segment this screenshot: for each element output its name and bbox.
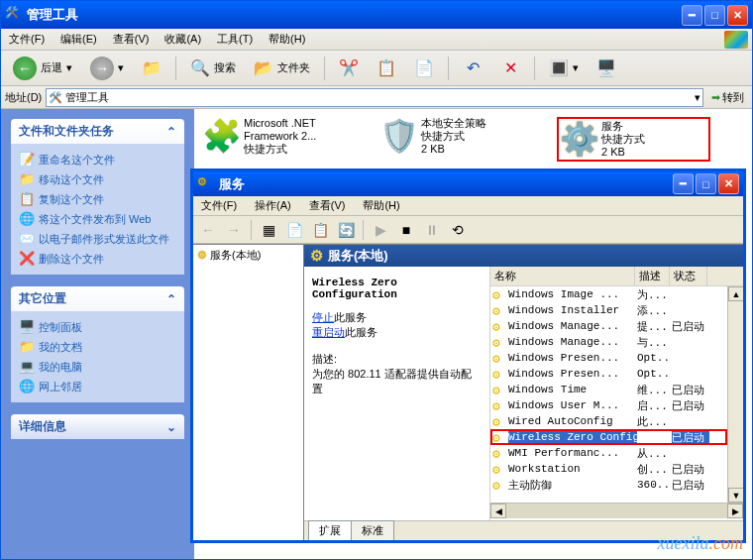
service-row[interactable]: ⚙Windows Image ...为... bbox=[490, 286, 727, 302]
restart-link[interactable]: 重启动 bbox=[312, 326, 345, 338]
tab-standard[interactable]: 标准 bbox=[351, 520, 394, 540]
titlebar[interactable]: 🛠️ 管理工具 ━ □ ✕ bbox=[1, 1, 752, 29]
col-name[interactable]: 名称 bbox=[490, 267, 635, 285]
tab-extended[interactable]: 扩展 bbox=[308, 520, 352, 540]
menu-help[interactable]: 帮助(H) bbox=[359, 196, 403, 215]
start-button[interactable]: ▶ bbox=[370, 219, 391, 241]
show-hide-tree-button[interactable]: ▦ bbox=[258, 219, 279, 241]
address-label: 地址(D) bbox=[5, 90, 42, 105]
selected-service-name: Wireless Zero Configuration bbox=[312, 277, 482, 300]
minimize-button[interactable]: ━ bbox=[673, 173, 694, 194]
task-link[interactable]: 📁我的文档 bbox=[19, 337, 176, 357]
service-row[interactable]: ⚙Wireless Zero Configuration已启动 bbox=[490, 429, 727, 445]
menu-action[interactable]: 操作(A) bbox=[251, 196, 295, 215]
tree-item-services-local[interactable]: ⚙ 服务(本地) bbox=[195, 247, 301, 264]
views-button[interactable]: 🔳▾ bbox=[543, 56, 585, 80]
scroll-left-button[interactable]: ◀ bbox=[490, 504, 506, 518]
paste-button[interactable]: 📄 bbox=[408, 56, 440, 80]
extra-button[interactable]: 🖥️ bbox=[591, 56, 622, 80]
back-button[interactable]: ← bbox=[197, 219, 219, 241]
separator bbox=[534, 56, 535, 80]
delete-button[interactable]: ✕ bbox=[494, 56, 526, 80]
task-link[interactable]: 🌐网上邻居 bbox=[19, 377, 176, 396]
menu-edit[interactable]: 编辑(E) bbox=[56, 30, 101, 49]
service-row[interactable]: ⚙Windows Presen...Opt... bbox=[490, 366, 727, 382]
horizontal-scrollbar[interactable]: ◀ ▶ bbox=[490, 503, 743, 518]
service-row[interactable]: ⚙Windows Time维...已启动 bbox=[490, 382, 727, 397]
task-link[interactable]: 💻我的电脑 bbox=[19, 357, 176, 377]
address-input[interactable]: 🛠️ 管理工具 ▾ bbox=[46, 88, 703, 107]
cut-button[interactable]: ✂️ bbox=[333, 56, 365, 80]
scroll-up-button[interactable]: ▲ bbox=[728, 286, 743, 301]
services-titlebar[interactable]: ⚙ 服务 ━ □ ✕ bbox=[193, 171, 743, 196]
task-link[interactable]: 🖥️控制面板 bbox=[19, 317, 176, 337]
export-button[interactable]: 📋 bbox=[309, 219, 331, 241]
file-tasks-header[interactable]: 文件和文件夹任务⌃ bbox=[11, 119, 184, 144]
toolbar: ← 后退 ▾ → ▾ 📁 🔍搜索 📂文件夹 ✂️ 📋 📄 ↶ ✕ 🔳▾ 🖥️ bbox=[1, 51, 752, 86]
forward-button[interactable]: → ▾ bbox=[84, 55, 130, 82]
col-status[interactable]: 状态 bbox=[670, 267, 707, 285]
security-icon: 🛡️ bbox=[379, 117, 415, 153]
maximize-button[interactable]: □ bbox=[704, 5, 725, 26]
up-button[interactable]: 📁 bbox=[136, 56, 167, 80]
menu-view[interactable]: 查看(V) bbox=[109, 30, 154, 49]
item-services[interactable]: ⚙️ 服务 快捷方式 2 KB bbox=[557, 117, 710, 162]
menu-view[interactable]: 查看(V) bbox=[305, 196, 350, 215]
refresh-button[interactable]: 🔄 bbox=[335, 219, 357, 241]
service-row[interactable]: ⚙Windows User M...启...已启动 bbox=[490, 397, 727, 413]
close-button[interactable]: ✕ bbox=[727, 5, 748, 26]
menu-file[interactable]: 文件(F) bbox=[197, 196, 241, 215]
forward-button[interactable]: → bbox=[223, 219, 245, 241]
task-link[interactable]: ❌删除这个文件 bbox=[19, 249, 176, 269]
service-row[interactable]: ⚙主动防御360...已启动 bbox=[490, 477, 727, 493]
task-link[interactable]: 📁移动这个文件 bbox=[19, 169, 176, 189]
services-rows[interactable]: ⚙Windows Image ...为...⚙Windows Installer… bbox=[490, 286, 727, 503]
task-link[interactable]: 📋复制这个文件 bbox=[19, 189, 176, 209]
item-dotnet[interactable]: 🧩 Microsoft .NET Framework 2... 快捷方式 bbox=[202, 117, 356, 156]
col-desc[interactable]: 描述 bbox=[635, 267, 670, 285]
minimize-button[interactable]: ━ bbox=[682, 5, 702, 26]
item-security-policy[interactable]: 🛡️ 本地安全策略 快捷方式 2 KB bbox=[379, 117, 533, 156]
service-row[interactable]: ⚙Windows Presen...Opt... bbox=[490, 350, 727, 366]
menu-help[interactable]: 帮助(H) bbox=[265, 30, 309, 49]
service-row[interactable]: ⚙Windows Manage...提...已启动 bbox=[490, 318, 727, 334]
details-header[interactable]: 详细信息⌄ bbox=[11, 414, 184, 439]
monitor-icon: 🖥️ bbox=[596, 58, 616, 78]
task-link[interactable]: ✉️以电子邮件形式发送此文件 bbox=[19, 229, 176, 249]
stop-button[interactable]: ■ bbox=[395, 219, 417, 241]
restart-button[interactable]: ⟲ bbox=[447, 219, 469, 241]
undo-button[interactable]: ↶ bbox=[457, 56, 488, 80]
task-link[interactable]: 🌐将这个文件发布到 Web bbox=[19, 209, 176, 229]
service-status: 已启动 bbox=[672, 398, 709, 413]
service-row[interactable]: ⚙Wired AutoConfig此... bbox=[490, 413, 727, 429]
gears-icon: ⚙ bbox=[197, 175, 215, 193]
go-button[interactable]: ➡ 转到 bbox=[707, 90, 748, 105]
menu-favorites[interactable]: 收藏(A) bbox=[161, 30, 205, 49]
service-row[interactable]: ⚙Windows Manage...与... bbox=[490, 334, 727, 350]
service-row[interactable]: ⚙Windows Installer添... bbox=[490, 302, 727, 318]
menu-tools[interactable]: 工具(T) bbox=[213, 30, 257, 49]
task-link[interactable]: 📝重命名这个文件 bbox=[19, 150, 176, 169]
back-button[interactable]: ← 后退 ▾ bbox=[7, 55, 78, 82]
task-label: 复制这个文件 bbox=[39, 192, 104, 207]
copy-button[interactable]: 📋 bbox=[371, 56, 402, 80]
menu-file[interactable]: 文件(F) bbox=[5, 30, 49, 49]
pause-button[interactable]: ⏸ bbox=[421, 219, 443, 241]
scroll-right-button[interactable]: ▶ bbox=[727, 504, 743, 518]
service-name: Windows Presen... bbox=[508, 368, 637, 380]
stop-link[interactable]: 停止 bbox=[312, 311, 334, 323]
close-button[interactable]: ✕ bbox=[718, 173, 739, 194]
service-row[interactable]: ⚙WMI Performanc...从... bbox=[490, 445, 727, 461]
other-places-header[interactable]: 其它位置⌃ bbox=[11, 286, 184, 311]
service-row[interactable]: ⚙Workstation创...已启动 bbox=[490, 461, 727, 477]
properties-button[interactable]: 📄 bbox=[283, 219, 305, 241]
maximize-button[interactable]: □ bbox=[696, 173, 716, 194]
chevron-down-icon[interactable]: ▾ bbox=[695, 91, 700, 104]
shortcut-icon: 🧩 bbox=[202, 117, 238, 153]
service-status: 已启动 bbox=[672, 462, 709, 477]
folders-button[interactable]: 📂文件夹 bbox=[248, 56, 316, 80]
vertical-scrollbar[interactable]: ▲ ▼ bbox=[727, 286, 743, 503]
search-button[interactable]: 🔍搜索 bbox=[184, 56, 242, 80]
scroll-down-button[interactable]: ▼ bbox=[728, 488, 743, 503]
service-desc: 此... bbox=[637, 414, 672, 429]
